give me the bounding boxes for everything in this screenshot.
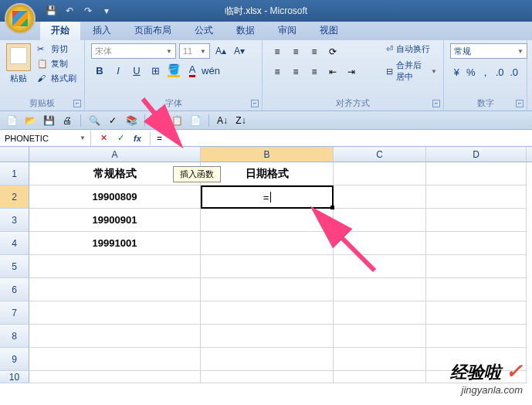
- cell-a7[interactable]: [29, 301, 201, 325]
- qat-dropdown-icon[interactable]: ▾: [99, 3, 114, 19]
- research-icon[interactable]: 📚: [124, 114, 138, 128]
- indent-decrease-button[interactable]: ⇤: [324, 63, 341, 80]
- number-format-select[interactable]: 常规▼: [450, 43, 527, 59]
- cell-c6[interactable]: [334, 278, 426, 301]
- cell-c10[interactable]: [334, 371, 426, 383]
- cell-a2[interactable]: 19900809: [29, 185, 201, 209]
- bold-button[interactable]: B: [91, 62, 108, 79]
- cell-d6[interactable]: [426, 278, 527, 301]
- col-header-b[interactable]: B: [201, 147, 334, 162]
- row-header-6[interactable]: 6: [0, 278, 29, 301]
- cell-a9[interactable]: [29, 348, 201, 371]
- border-button[interactable]: ⊞: [147, 62, 164, 79]
- redo-icon[interactable]: ↷: [80, 3, 96, 19]
- cell-b4[interactable]: [201, 232, 334, 255]
- cell-d1[interactable]: [426, 162, 527, 185]
- col-header-a[interactable]: A: [29, 147, 201, 162]
- tab-insert[interactable]: 插入: [82, 21, 122, 40]
- cell-c9[interactable]: [334, 348, 426, 371]
- font-size-select[interactable]: 11▼: [179, 43, 210, 59]
- fill-color-button[interactable]: 🪣: [165, 62, 182, 79]
- clipboard-launcher-icon[interactable]: ⌐: [73, 100, 81, 107]
- cell-d8[interactable]: [426, 325, 527, 348]
- row-header-7[interactable]: 7: [0, 301, 29, 325]
- tab-layout[interactable]: 页面布局: [124, 21, 182, 40]
- cell-c2[interactable]: [334, 185, 426, 209]
- cell-b2-active[interactable]: =: [201, 185, 334, 209]
- name-box[interactable]: PHONETIC▼: [0, 131, 91, 146]
- format-painter-button[interactable]: 🖌格式刷: [37, 73, 76, 84]
- cut2-icon[interactable]: ✂: [151, 114, 165, 128]
- row-header-8[interactable]: 8: [0, 325, 29, 348]
- cell-a10[interactable]: [29, 371, 201, 383]
- cell-d5[interactable]: [426, 255, 527, 278]
- copy-button[interactable]: 📋复制: [37, 58, 76, 70]
- grow-font-button[interactable]: A▴: [213, 43, 229, 59]
- wrap-text-button[interactable]: ⏎自动换行: [386, 43, 437, 55]
- paste-button[interactable]: 粘贴: [6, 43, 31, 84]
- save-icon[interactable]: 💾: [43, 3, 59, 19]
- currency-button[interactable]: ¥: [450, 63, 463, 80]
- cell-d2[interactable]: [426, 185, 527, 209]
- align-right-button[interactable]: ≡: [306, 63, 323, 80]
- row-header-3[interactable]: 3: [0, 209, 29, 232]
- print-icon[interactable]: 🖨: [60, 114, 74, 128]
- decrease-decimal-button[interactable]: .0: [507, 63, 520, 80]
- cell-b10[interactable]: [201, 371, 334, 383]
- row-header-5[interactable]: 5: [0, 255, 29, 278]
- cell-c5[interactable]: [334, 255, 426, 278]
- phonetic-button[interactable]: wén: [202, 62, 219, 79]
- merge-center-button[interactable]: ⊟合并后居中▼: [386, 60, 437, 83]
- cell-b7[interactable]: [201, 301, 334, 325]
- cell-c1[interactable]: [334, 162, 426, 185]
- number-launcher-icon[interactable]: ⌐: [516, 100, 524, 107]
- italic-button[interactable]: I: [110, 62, 127, 79]
- font-launcher-icon[interactable]: ⌐: [251, 100, 259, 107]
- cell-a8[interactable]: [29, 325, 201, 348]
- cell-a5[interactable]: [29, 255, 201, 278]
- align-bottom-button[interactable]: ≡: [306, 43, 323, 60]
- cell-b5[interactable]: [201, 255, 334, 278]
- fx-button[interactable]: fx: [131, 132, 144, 145]
- cell-a4[interactable]: 19991001: [29, 232, 201, 255]
- new-icon[interactable]: 📄: [5, 114, 19, 128]
- font-color-button[interactable]: A: [184, 62, 201, 79]
- percent-button[interactable]: %: [465, 63, 478, 80]
- copy2-icon[interactable]: 📋: [170, 114, 184, 128]
- paste2-icon[interactable]: 📄: [188, 114, 202, 128]
- cell-b6[interactable]: [201, 278, 334, 301]
- tab-view[interactable]: 视图: [309, 21, 349, 40]
- cell-c3[interactable]: [334, 209, 426, 232]
- indent-increase-button[interactable]: ⇥: [343, 63, 360, 80]
- align-left-button[interactable]: ≡: [269, 63, 286, 80]
- row-header-4[interactable]: 4: [0, 232, 29, 255]
- select-all-corner[interactable]: [0, 147, 29, 162]
- cell-c7[interactable]: [334, 301, 426, 325]
- align-launcher-icon[interactable]: ⌐: [432, 100, 440, 107]
- sort-desc-icon[interactable]: Z↓: [234, 114, 248, 128]
- cancel-button[interactable]: ✕: [97, 132, 110, 145]
- font-name-select[interactable]: 宋体▼: [91, 43, 176, 59]
- comma-button[interactable]: ,: [479, 63, 492, 80]
- spell-icon[interactable]: ✓: [106, 114, 120, 128]
- cell-c8[interactable]: [334, 325, 426, 348]
- row-header-9[interactable]: 9: [0, 348, 29, 371]
- underline-button[interactable]: U: [128, 62, 145, 79]
- undo-icon[interactable]: ↶: [62, 3, 77, 19]
- preview-icon[interactable]: 🔍: [87, 114, 101, 128]
- cell-c4[interactable]: [334, 232, 426, 255]
- cut-button[interactable]: ✂剪切: [37, 43, 76, 55]
- tab-data[interactable]: 数据: [225, 21, 266, 40]
- shrink-font-button[interactable]: A▾: [232, 43, 247, 59]
- cell-a3[interactable]: 19900901: [29, 209, 201, 232]
- align-middle-button[interactable]: ≡: [287, 43, 304, 60]
- cell-b8[interactable]: [201, 325, 334, 348]
- cell-d3[interactable]: [426, 209, 527, 232]
- row-header-2[interactable]: 2: [0, 185, 29, 209]
- row-header-10[interactable]: 10: [0, 371, 29, 383]
- align-center-button[interactable]: ≡: [287, 63, 304, 80]
- cell-a6[interactable]: [29, 278, 201, 301]
- cell-b3[interactable]: [201, 209, 334, 232]
- tab-home[interactable]: 开始: [40, 21, 80, 40]
- cell-d7[interactable]: [426, 301, 527, 325]
